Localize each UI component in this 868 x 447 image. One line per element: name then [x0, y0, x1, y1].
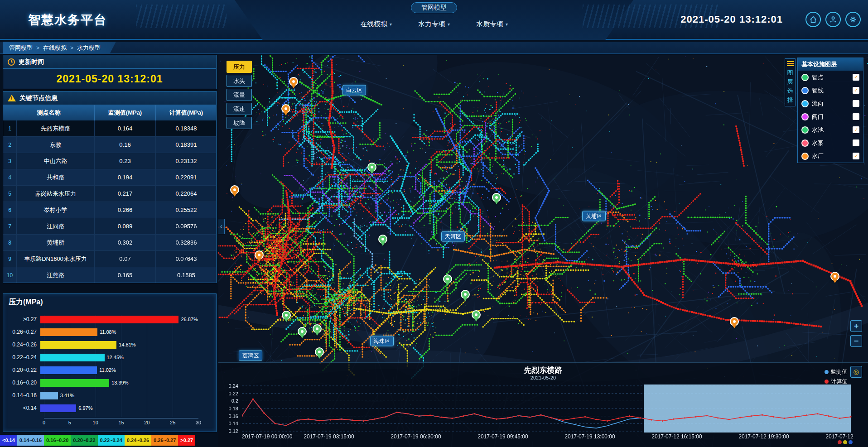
- water-plant-marker[interactable]: [730, 317, 739, 326]
- layer-checkbox[interactable]: [853, 100, 859, 107]
- bar: [40, 392, 58, 399]
- pressure-bar-axis: 051015202530: [44, 418, 198, 425]
- y-axis-label: 0.14: [223, 421, 238, 426]
- pressure-bar-row: <0.146.97%: [3, 402, 217, 414]
- pool-marker[interactable]: [472, 310, 481, 319]
- pool-marker[interactable]: [443, 274, 452, 284]
- nav-item-label: 水力专项: [418, 20, 445, 29]
- water-plant-marker[interactable]: [281, 104, 290, 113]
- layer-icon: [801, 74, 809, 81]
- bar-category-label: 0.26~0.27: [3, 329, 40, 335]
- layer-checkbox[interactable]: ✓: [853, 126, 859, 133]
- layer-selector-tab[interactable]: 图层选择: [785, 58, 796, 106]
- map-mode-button-4[interactable]: 坡降: [227, 117, 252, 129]
- water-plant-marker[interactable]: [830, 272, 839, 281]
- zoom-out-button[interactable]: −: [850, 335, 862, 347]
- pool-marker[interactable]: [367, 163, 376, 172]
- water-plant-marker[interactable]: [230, 185, 239, 194]
- table-row[interactable]: 2东教0.160.18391: [3, 137, 216, 153]
- panel-collapse-arrow[interactable]: ‹: [218, 219, 225, 234]
- map-mode-button-1[interactable]: 水头: [227, 75, 252, 87]
- clock-icon: [8, 58, 15, 66]
- nav-item-label: 在线模拟: [360, 20, 387, 29]
- table-row[interactable]: 10江燕路0.1650.1585: [3, 267, 216, 283]
- breadcrumb-item-2[interactable]: 水力模型: [77, 44, 101, 52]
- pool-marker[interactable]: [315, 347, 324, 356]
- table-cell: 0.165: [95, 267, 156, 283]
- bar-value-label: 14.81%: [119, 342, 135, 347]
- table-row[interactable]: 4共和路0.1940.22091: [3, 169, 216, 186]
- pool-marker[interactable]: [378, 235, 387, 244]
- header-datetime: 2021-05-20 13:12:01: [680, 14, 783, 25]
- pool-marker[interactable]: [461, 290, 470, 299]
- layer-checkbox[interactable]: [853, 139, 859, 146]
- table-cell: 0.1585: [156, 267, 217, 283]
- layer-icon: [801, 139, 809, 147]
- layer-item-label: 水厂: [812, 152, 849, 160]
- bottom-chart-legend: 监测值计算值: [825, 368, 847, 385]
- layer-item-5: 水泵: [798, 136, 863, 149]
- bar: [40, 354, 105, 361]
- pool-marker[interactable]: [298, 327, 307, 336]
- gear-icon[interactable]: [845, 12, 861, 27]
- table-row[interactable]: 1先烈东横路0.1640.18348: [3, 120, 216, 137]
- layer-icon: [801, 100, 809, 107]
- table-row[interactable]: 3中山六路0.230.23132: [3, 153, 216, 169]
- pool-marker[interactable]: [492, 193, 501, 202]
- y-axis-label: 0.24: [223, 383, 238, 389]
- district-label: 荔湾区: [239, 351, 262, 361]
- chevron-down-icon: ▾: [390, 22, 392, 27]
- bottom-chart-panel: 先烈东横路 2021-05-20 监测值计算值 0.240.220.20.180…: [218, 362, 868, 447]
- bar-category-label: 0.22~0.24: [3, 354, 40, 360]
- layer-checkbox[interactable]: ✓: [853, 153, 859, 159]
- table-row[interactable]: 7江同路0.0890.09576: [3, 218, 216, 235]
- map-container[interactable]: ‹ 压力水头流量流速坡降 白云区黄埔区天河区海珠区荔湾区 图层选择 基本设施图层…: [218, 55, 868, 447]
- layer-item-label: 流向: [812, 100, 849, 108]
- zoom-in-button[interactable]: +: [850, 320, 862, 332]
- y-axis-label: 0.16: [223, 413, 238, 419]
- water-plant-marker[interactable]: [289, 77, 298, 86]
- layer-item-label: 管线: [812, 87, 849, 95]
- map-mode-button-3[interactable]: 流速: [227, 103, 252, 115]
- water-plant-marker[interactable]: [255, 250, 264, 260]
- pool-marker[interactable]: [282, 311, 291, 320]
- table-cell: 0.32836: [156, 235, 217, 250]
- axis-tick-label: 20: [144, 420, 149, 425]
- pressure-bar-row: >0.2726.87%: [3, 313, 217, 326]
- table-cell: 2: [3, 137, 17, 153]
- map-mode-button-0[interactable]: 压力: [227, 61, 252, 73]
- layer-item-0: 管点✓: [798, 71, 863, 84]
- bar-value-label: 13.39%: [111, 380, 128, 385]
- breadcrumb-item-1[interactable]: 在线模拟: [43, 44, 67, 52]
- bar-value-label: 12.45%: [107, 355, 124, 360]
- nav-item-0[interactable]: 在线模拟▾: [360, 20, 392, 29]
- pool-marker[interactable]: [313, 324, 322, 333]
- nav-item-1[interactable]: 水力专项▾: [418, 20, 450, 29]
- nav-item-2[interactable]: 水质专项▾: [476, 20, 508, 29]
- legend-label: 监测值: [831, 368, 847, 376]
- pressure-chart-title: 压力(MPa): [9, 298, 43, 307]
- breadcrumb-item-0[interactable]: 管网模型: [9, 44, 33, 52]
- table-row[interactable]: 6岑村小学0.2660.25522: [3, 202, 216, 218]
- x-axis-label: 2017-07-19 06:30:00: [391, 433, 441, 440]
- layer-checkbox[interactable]: ✓: [853, 87, 859, 94]
- table-row[interactable]: 9丰乐路DN1600来水压力0.070.07643: [3, 251, 216, 267]
- table-row[interactable]: 8黄埔所0.3020.32836: [3, 235, 216, 251]
- user-icon[interactable]: [825, 12, 841, 27]
- table-cell: 东教: [17, 137, 95, 153]
- layer-checkbox[interactable]: ✓: [853, 74, 859, 81]
- table-cell: 0.22064: [156, 186, 217, 202]
- layer-checkbox[interactable]: [853, 113, 859, 120]
- table-row[interactable]: 5赤岗站来水压力0.2170.22064: [3, 186, 216, 202]
- color-legend-cell: <0.14: [0, 435, 17, 446]
- home-icon[interactable]: [805, 12, 821, 27]
- district-label: 白云区: [342, 85, 366, 96]
- hamburger-icon: [787, 61, 794, 66]
- table-cell: 岑村小学: [17, 202, 95, 218]
- map-mode-button-2[interactable]: 流量: [227, 89, 252, 101]
- x-axis-label: 2017-07-12 22:45:00: [825, 433, 854, 440]
- locate-button[interactable]: ◎: [850, 366, 862, 378]
- layer-panel-title: 基本设施图层: [798, 58, 863, 71]
- district-label: 天河区: [441, 231, 465, 242]
- layer-item-1: 管线✓: [798, 84, 863, 97]
